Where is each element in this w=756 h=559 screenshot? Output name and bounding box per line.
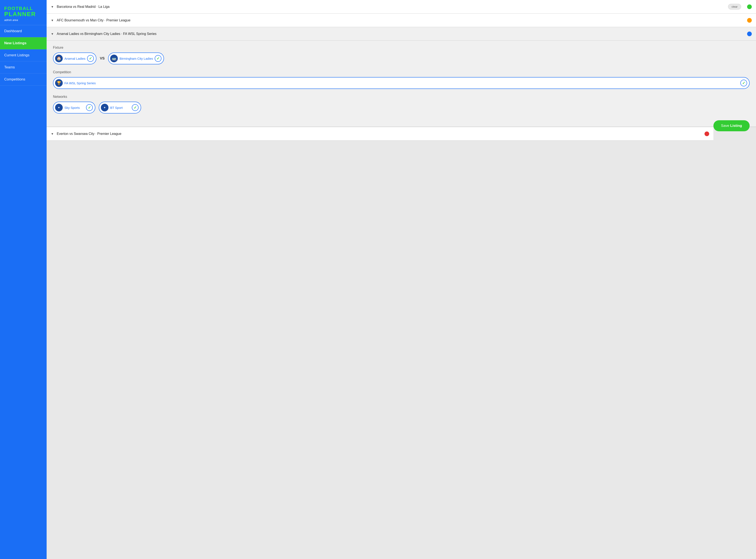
status-dot [705, 132, 709, 136]
networks-label: Networks [53, 95, 750, 99]
status-dot [747, 4, 752, 9]
home-check: ✓ [87, 55, 94, 62]
competition-pill[interactable]: 🏆 FA WSL Spring Series ✓ [53, 77, 750, 89]
save-listing-button[interactable]: Save Listing [713, 120, 750, 131]
home-team-pill[interactable]: 🏠 Arsenal Ladies ✓ [53, 52, 96, 64]
clear-button[interactable]: clear [728, 4, 741, 9]
network-icon: ✦ [55, 104, 63, 111]
logo-admin: admin area [4, 18, 42, 22]
listing-title: Barcelona vs Real Madrid · La Liga [57, 5, 728, 9]
network-check: ✓ [86, 104, 93, 111]
network-name: Sky Sports [64, 106, 84, 110]
listing-row-listing-1[interactable]: ▼Barcelona vs Real Madrid · La Ligaclear [47, 0, 756, 14]
away-check: ✓ [155, 55, 161, 62]
listing-row-listing-4[interactable]: ▼Everton vs Swansea City · Premier Leagu… [47, 127, 713, 141]
competition-label: Competition [53, 70, 750, 74]
chevron-icon: ▼ [51, 19, 54, 22]
network-name: BT Sport [110, 106, 130, 110]
logo-planner: PLANNER [4, 11, 42, 18]
chevron-icon: ▼ [51, 5, 54, 8]
save-label-bold: Listing [730, 124, 742, 128]
sidebar-item-competitions[interactable]: Competitions [0, 73, 47, 86]
fixture-label: Fixture [53, 46, 750, 49]
network-pill-sky-sports[interactable]: ✦ Sky Sports ✓ [53, 102, 95, 113]
network-check: ✓ [132, 104, 138, 111]
sidebar-item-dashboard[interactable]: Dashboard [0, 25, 47, 37]
listing-title: Arsenal Ladies vs Birmingham City Ladies… [57, 32, 744, 36]
status-dot [747, 18, 752, 23]
fixture-row: 🏠 Arsenal Ladies ✓ VS 🚌 Birmingham City … [53, 52, 750, 64]
away-icon: 🚌 [110, 54, 118, 62]
listing-title: Everton vs Swansea City · Premier League [57, 132, 701, 136]
listing-row-listing-3[interactable]: ▼Arsenal Ladies vs Birmingham City Ladie… [47, 27, 756, 41]
chevron-icon: ▼ [51, 132, 54, 135]
home-icon: 🏠 [55, 54, 63, 62]
sidebar-item-new-listings[interactable]: New Listings [0, 37, 47, 49]
listing-title: AFC Bournemouth vs Man City · Premier Le… [57, 18, 744, 22]
status-dot [747, 31, 752, 36]
network-icon: ✦ [101, 104, 108, 111]
competition-name: FA WSL Spring Series [64, 81, 739, 85]
competition-check: ✓ [740, 80, 747, 86]
sidebar-item-current-listings[interactable]: Current Listings [0, 49, 47, 61]
logo-football: FOOTBALL [4, 6, 42, 11]
sidebar-item-teams[interactable]: Teams [0, 61, 47, 73]
away-team-pill[interactable]: 🚌 Birmingham City Ladies ✓ [108, 52, 164, 64]
networks-row: ✦ Sky Sports ✓ ✦ BT Sport ✓ [53, 102, 750, 113]
competition-icon: 🏆 [55, 79, 63, 87]
listing-row-listing-2[interactable]: ▼AFC Bournemouth vs Man City · Premier L… [47, 14, 756, 27]
save-label-normal: Save [721, 124, 730, 128]
listing-detail: Fixture 🏠 Arsenal Ladies ✓ VS 🚌 Birmingh… [47, 41, 756, 127]
vs-label: VS [100, 56, 105, 61]
away-team-name: Birmingham City Ladies [120, 57, 153, 60]
sidebar: FOOTBALL PLANNER admin area DashboardNew… [0, 0, 47, 559]
logo-area: FOOTBALL PLANNER admin area [0, 0, 47, 25]
chevron-icon: ▼ [51, 32, 54, 36]
main-content: ▼Barcelona vs Real Madrid · La Ligaclear… [47, 0, 756, 559]
network-pill-bt-sport[interactable]: ✦ BT Sport ✓ [99, 102, 141, 113]
home-team-name: Arsenal Ladies [64, 57, 85, 60]
competition-row: 🏆 FA WSL Spring Series ✓ [53, 77, 750, 89]
nav-items: DashboardNew ListingsCurrent ListingsTea… [0, 25, 47, 86]
